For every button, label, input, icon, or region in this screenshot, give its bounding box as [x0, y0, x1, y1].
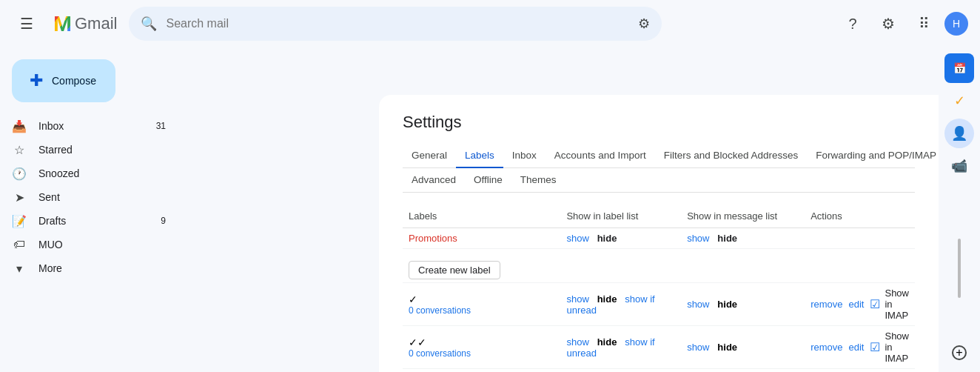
sidebar-item-sent[interactable]: ➤ Sent [0, 185, 178, 209]
search-filter-icon[interactable]: ⚙ [638, 16, 650, 32]
calendar-icon-btn[interactable]: 📅 [944, 53, 974, 83]
subtab-offline[interactable]: Offline [465, 168, 511, 193]
table-row: ✓ 0 conversations show hide show if unre… [403, 283, 915, 326]
table-row-promotions: Promotions show hide show hide [403, 228, 915, 249]
table-row: MUO 0 conversations show hide show if un… [403, 369, 915, 373]
label2-show-in-imap: Show in IMAP [885, 331, 909, 364]
label-name-1: ✓ [409, 293, 554, 305]
drafts-count: 9 [161, 216, 166, 226]
label1-show2[interactable]: show [687, 299, 709, 310]
col-show-message-list: Show in message list [681, 205, 805, 228]
label-conversations-1: 0 conversations [409, 305, 554, 316]
promotions-show2-link[interactable]: show [687, 233, 709, 244]
tab-accounts[interactable]: Accounts and Import [546, 144, 655, 168]
settings-sub-tabs: Advanced Offline Themes [403, 168, 915, 193]
label1-hide2: hide [717, 299, 737, 310]
contacts-icon-btn[interactable]: 👤 [944, 119, 974, 148]
label-name-2: ✓✓ [409, 336, 554, 348]
promotions-hide1: hide [597, 233, 617, 244]
hamburger-icon: ☰ [20, 15, 33, 33]
promotions-label: Promotions [409, 233, 457, 244]
col-actions: Actions [805, 205, 915, 228]
search-input[interactable] [166, 17, 629, 30]
search-icon: 🔍 [141, 16, 157, 32]
right-sidebar: 📅 ✓ 👤 📹 + [939, 47, 980, 372]
more-icon: ▾ [12, 262, 27, 276]
sidebar-item-drafts[interactable]: 📝 Drafts 9 [0, 209, 178, 233]
add-widget-button[interactable]: + [952, 345, 967, 360]
sidebar-label-starred: Starred [38, 144, 166, 156]
label1-edit[interactable]: edit [849, 299, 865, 310]
label2-edit[interactable]: edit [849, 342, 865, 353]
search-bar: 🔍 ⚙ [129, 7, 662, 41]
sidebar-label-more: More [38, 262, 166, 274]
muo-icon: 🏷 [12, 238, 27, 251]
promotions-show1-link[interactable]: show [566, 233, 588, 244]
sidebar-item-more[interactable]: ▾ More [0, 256, 178, 280]
sidebar-label-drafts: Drafts [38, 215, 149, 227]
table-row-labels-header: Create new label [403, 249, 915, 283]
col-show-label-list: Show in label list [560, 205, 681, 228]
label1-imap-checkbox[interactable]: ☑ [870, 297, 880, 311]
m-logo-icon: M [53, 11, 72, 36]
inbox-count: 31 [156, 121, 166, 131]
settings-button[interactable]: ⚙ [873, 9, 903, 39]
label2-remove[interactable]: remove [810, 342, 842, 353]
col-labels: Labels [403, 205, 560, 228]
label2-hide2: hide [717, 342, 737, 353]
label2-imap-checkbox[interactable]: ☑ [870, 340, 880, 354]
tab-forwarding[interactable]: Forwarding and POP/IMAP [807, 144, 939, 168]
label2-hide: hide [597, 336, 617, 348]
gmail-text: Gmail [75, 14, 117, 33]
create-new-label-button[interactable]: Create new label [409, 261, 500, 279]
label2-show2[interactable]: show [687, 342, 709, 353]
sidebar-item-snoozed[interactable]: 🕐 Snoozed [0, 162, 178, 185]
label-conversations-2: 0 conversations [409, 348, 554, 359]
gmail-logo: M Gmail [53, 11, 117, 36]
tab-inbox[interactable]: Inbox [503, 144, 546, 168]
sidebar-item-inbox[interactable]: 📥 Inbox 31 [0, 114, 178, 138]
labels-table: Labels Show in label list Show in messag… [403, 205, 915, 372]
subtab-advanced[interactable]: Advanced [403, 168, 465, 193]
label2-show[interactable]: show [566, 336, 588, 348]
compose-label: Compose [52, 75, 96, 87]
gear-icon: ⚙ [882, 15, 895, 33]
compose-button[interactable]: ✚ Compose [12, 59, 115, 102]
snoozed-icon: 🕐 [12, 167, 27, 181]
sidebar-item-starred[interactable]: ☆ Starred [0, 138, 178, 162]
sidebar-label-muo: MUO [38, 239, 166, 250]
apps-button[interactable]: ⠿ [909, 9, 939, 39]
label1-hide: hide [597, 293, 617, 305]
tab-labels[interactable]: Labels [456, 144, 503, 168]
help-icon: ? [848, 16, 856, 33]
settings-tabs: General Labels Inbox Accounts and Import… [403, 144, 915, 168]
tab-general[interactable]: General [403, 144, 456, 168]
help-button[interactable]: ? [838, 9, 867, 39]
label1-show-in-imap: Show in IMAP [885, 288, 909, 321]
sent-icon: ➤ [12, 190, 27, 205]
plus-icon: ✚ [30, 71, 43, 90]
meet-icon-btn[interactable]: 📹 [944, 151, 974, 181]
sidebar-label-inbox: Inbox [38, 120, 144, 132]
table-row: ✓✓ 0 conversations show hide show if unr… [403, 326, 915, 369]
apps-icon: ⠿ [919, 15, 930, 33]
inbox-icon: 📥 [12, 119, 27, 133]
label1-show[interactable]: show [566, 293, 588, 305]
page-title: Settings [403, 113, 915, 132]
starred-icon: ☆ [12, 143, 27, 157]
sidebar-label-snoozed: Snoozed [38, 167, 166, 179]
promotions-hide2: hide [717, 233, 737, 244]
subtab-themes[interactable]: Themes [511, 168, 565, 193]
hamburger-menu-button[interactable]: ☰ [12, 9, 41, 39]
sidebar-item-muo[interactable]: 🏷 MUO [0, 233, 178, 256]
label1-remove[interactable]: remove [810, 299, 842, 310]
tasks-icon-btn[interactable]: ✓ [944, 86, 974, 116]
sidebar-label-sent: Sent [38, 191, 166, 203]
tab-filters[interactable]: Filters and Blocked Addresses [655, 144, 808, 168]
avatar[interactable]: H [944, 12, 968, 36]
drafts-icon: 📝 [12, 214, 27, 228]
